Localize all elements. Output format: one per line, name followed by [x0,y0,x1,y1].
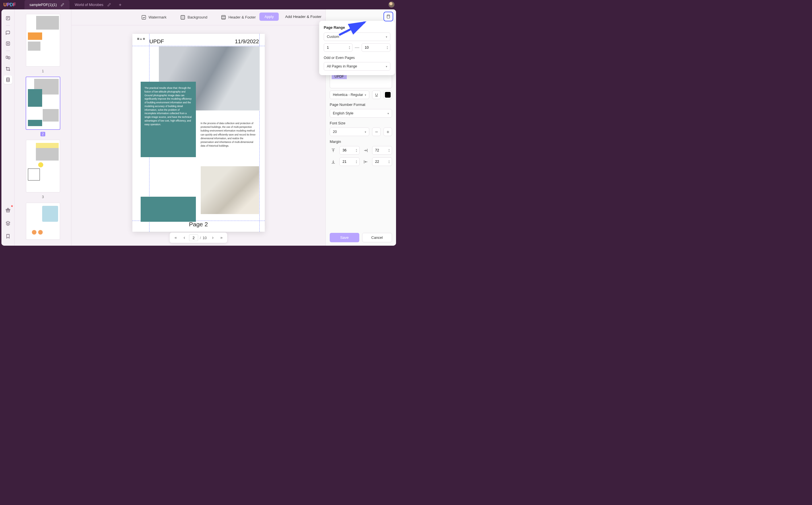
font-select[interactable]: Helvetica - Regular▾ [330,91,369,99]
tab-label: samplePDF(1)(1) [30,3,57,7]
underline-button[interactable] [372,91,381,99]
pnf-label: Page Number Format [330,103,392,107]
thumbnail-label: 2 [40,132,45,136]
svg-rect-12 [387,15,389,18]
pager-first-button[interactable] [172,234,179,241]
rail-layers-icon[interactable] [4,219,12,227]
tool-header-footer[interactable]: Header & Footer [221,15,256,20]
tabs: samplePDF(1)(1) World of Microbes [24,0,124,9]
thumbnails-panel[interactable]: 1 2 3 [14,9,71,246]
tool-background[interactable]: Background [180,15,207,20]
page-navigator: / 10 [170,232,227,243]
page-range-to-input[interactable]: ▲▼ [362,43,390,52]
rail-page-tools-icon[interactable] [4,75,12,84]
font-color-button[interactable] [383,91,392,99]
pager-next-button[interactable] [209,234,216,241]
font-size-decrease-button[interactable] [372,128,381,136]
apply-button[interactable]: Apply [260,13,279,21]
cancel-button[interactable]: Cancel [362,233,392,242]
chevron-down-icon: ▾ [386,65,387,68]
page-body-text: In the process of data collection and pr… [201,122,257,148]
left-rail [1,9,14,246]
range-dash: — [355,45,359,50]
rail-organize-icon[interactable] [4,54,12,62]
page-range-icon [386,14,390,19]
page-teal-box-2 [141,197,196,222]
page-range-mode-select[interactable]: Custom▾ [324,32,390,41]
header-footer-icon [221,15,226,20]
odd-even-label: Odd or Even Pages [324,56,390,60]
svg-rect-2 [6,56,8,58]
thumbnail-label: 3 [42,195,44,199]
thumbnail-2[interactable] [26,77,60,130]
margin-right-icon [362,148,369,153]
footer-text: Page 2 [132,221,265,228]
svg-rect-5 [7,79,9,80]
user-avatar[interactable] [388,1,394,8]
rail-crop-icon[interactable] [4,64,12,73]
margin-left-icon [362,159,369,164]
app-logo: UPDF [3,2,16,7]
add-header-footer-label: Add Header & Footer [285,14,321,19]
pager-total: 10 [203,236,207,240]
edit-icon [61,3,64,7]
apply-row: Apply Add Header & Footer [260,13,321,21]
margin-bottom-input[interactable]: ▲▼ [339,157,360,166]
page-preview: UPDF 11/9/2022 The practical results sho… [132,34,265,232]
pager-separator: / [200,236,201,240]
popover-title: Page Range [324,25,390,30]
tab-active[interactable]: samplePDF(1)(1) [24,0,70,9]
svg-rect-11 [221,15,225,19]
svg-rect-10 [181,15,185,19]
rail-edit-icon[interactable] [4,39,12,48]
svg-rect-0 [6,16,10,20]
margin-bottom-icon [330,159,337,164]
margin-label: Margin [330,140,392,144]
margin-top-icon [330,148,337,153]
chevron-down-icon: ▾ [365,94,366,97]
margin-left-input[interactable]: ▲▼ [372,157,392,166]
margin-top-input[interactable]: ▲▼ [339,146,360,155]
thumbnail-label: 1 [42,69,44,73]
new-tab-button[interactable] [116,0,124,9]
thumbnail-3[interactable] [26,140,60,192]
rail-gift-icon[interactable] [4,206,12,214]
pager-current-input[interactable] [189,234,198,241]
rail-comment-icon[interactable] [4,28,12,37]
page-teal-box: The practical results show that: through… [141,82,196,157]
svg-rect-3 [8,57,10,59]
svg-rect-8 [142,15,146,19]
tab-label: World of Microbes [74,3,103,7]
header-right-text: 11/9/2022 [235,38,259,45]
font-size-increase-button[interactable] [383,128,392,136]
page-range-button[interactable] [383,12,393,21]
page-range-popover: Page Range Custom▾ ▲▼ — ▲▼ Odd or Even P… [319,21,395,75]
chevron-down-icon: ▾ [365,130,366,134]
font-size-label: Font Size [330,121,392,125]
page-preview-viewport[interactable]: UPDF 11/9/2022 The practical results sho… [71,25,325,246]
save-button[interactable]: Save [330,233,359,242]
pager-prev-button[interactable] [180,234,188,241]
thumbnail-4[interactable] [26,203,60,240]
page-range-from-input[interactable]: ▲▼ [324,43,352,52]
canvas-area: Watermark Background Header & Footer UPD… [71,9,325,246]
odd-even-select[interactable]: All Pages in Range▾ [324,62,390,70]
font-size-select[interactable]: 20▾ [330,128,369,136]
thumbnail-1[interactable] [26,14,60,66]
watermark-icon [141,15,146,20]
rail-reader-icon[interactable] [4,14,12,22]
tool-watermark[interactable]: Watermark [141,15,167,20]
workspace: 1 2 3 [1,9,396,246]
chevron-down-icon: ▾ [386,35,387,38]
rail-bookmark-icon[interactable] [4,232,12,240]
tab-inactive[interactable]: World of Microbes [69,0,116,9]
page-number-format-select[interactable]: English Style▾ [330,109,392,118]
page-shapes [137,38,145,40]
header-left-text: UPDF [150,38,164,45]
titlebar: UPDF samplePDF(1)(1) World of Microbes [0,0,397,9]
margin-right-input[interactable]: ▲▼ [372,146,392,155]
background-icon [180,15,185,20]
edit-icon [107,3,111,7]
pager-last-button[interactable] [217,234,225,241]
page-image-bottom [201,166,259,214]
